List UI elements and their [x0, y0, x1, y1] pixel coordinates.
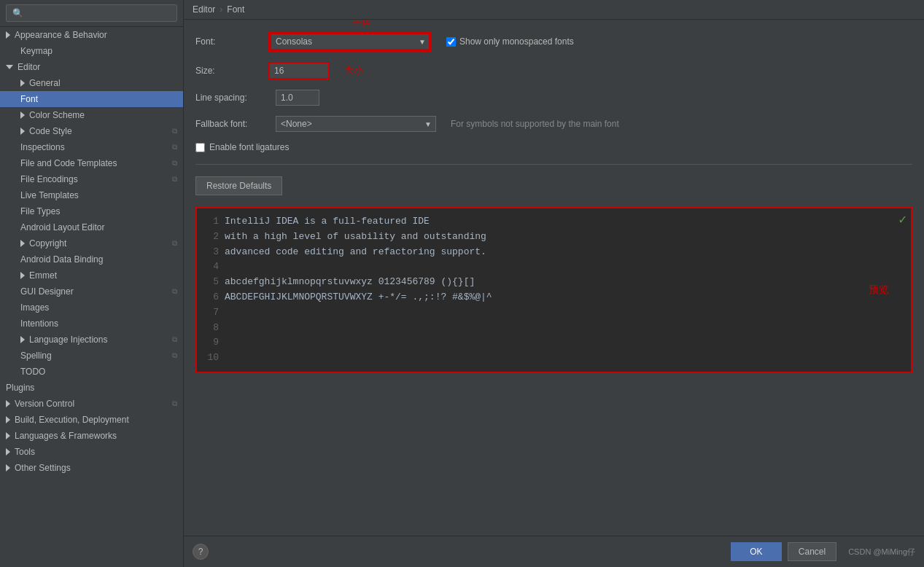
help-area: ?	[193, 544, 209, 560]
sidebar-item-inspections[interactable]: Inspections ⧉	[0, 139, 183, 155]
nav-tree: Appearance & Behavior Keymap Editor Gene…	[0, 27, 183, 567]
sidebar-item-version-control[interactable]: Version Control ⧉	[0, 396, 183, 412]
sidebar-item-font[interactable]: Font	[0, 91, 183, 107]
line-spacing-row: Line spacing:	[195, 90, 912, 106]
sidebar-item-language-injections[interactable]: Language Injections ⧉	[0, 332, 183, 348]
sidebar-item-android-layout-editor[interactable]: Android Layout Editor	[0, 219, 183, 235]
bottom-bar: ? OK Cancel CSDN @MiMing仔	[184, 536, 924, 567]
sidebar-item-gui-designer[interactable]: GUI Designer ⧉	[0, 284, 183, 300]
cancel-button[interactable]: Cancel	[788, 542, 836, 561]
help-button[interactable]: ?	[193, 544, 209, 560]
sidebar-item-copyright[interactable]: Copyright ⧉	[0, 235, 183, 251]
size-annotation-text: 大小	[344, 64, 363, 77]
code-line	[225, 305, 905, 321]
font-annotation: 字体	[352, 20, 371, 28]
search-input[interactable]	[6, 4, 177, 22]
fallback-font-label: Fallback font:	[195, 119, 268, 129]
sidebar-item-intentions[interactable]: Intentions	[0, 316, 183, 332]
sidebar-item-label: Intentions	[20, 318, 58, 329]
sidebar-item-todo[interactable]: TODO	[0, 364, 183, 380]
show-monospaced-checkbox[interactable]	[446, 37, 456, 47]
sidebar-item-label: Copyright	[29, 238, 66, 249]
code-line: ABCDEFGHIJKLMNOPQRSTUVWXYZ +-*/= .,;:!? …	[225, 290, 905, 305]
enable-ligatures-checkbox[interactable]	[195, 143, 205, 152]
sidebar-item-file-and-code-templates[interactable]: File and Code Templates ⧉	[0, 155, 183, 171]
checkmark-icon: ✓	[898, 211, 906, 227]
expand-arrow-icon	[6, 400, 10, 407]
sidebar: Appearance & Behavior Keymap Editor Gene…	[0, 0, 184, 567]
code-line	[225, 259, 905, 275]
size-input[interactable]	[270, 63, 328, 78]
watermark-text: CSDN @MiMing仔	[848, 547, 915, 558]
enable-ligatures-label: Enable font ligatures	[209, 142, 289, 152]
fallback-font-select[interactable]: <None>	[276, 116, 436, 132]
gutter-line: 4	[203, 259, 219, 275]
gutter-line: 6	[203, 290, 219, 305]
sidebar-item-label: File Encodings	[20, 174, 78, 184]
sidebar-item-label: Languages & Frameworks	[15, 431, 117, 441]
sidebar-item-label: Editor	[18, 62, 40, 72]
sidebar-item-tools[interactable]: Tools	[0, 444, 183, 460]
preview-code: IntelliJ IDEA is a full-featured IDEwith…	[225, 214, 905, 366]
sidebar-item-spelling[interactable]: Spelling ⧉	[0, 348, 183, 364]
restore-defaults-button[interactable]: Restore Defaults	[195, 176, 282, 195]
copy-icon: ⧉	[172, 175, 177, 184]
ok-button[interactable]: OK	[731, 542, 782, 561]
sidebar-item-images[interactable]: Images	[0, 300, 183, 316]
sidebar-item-file-encodings[interactable]: File Encodings ⧉	[0, 171, 183, 187]
line-spacing-label: Line spacing:	[195, 93, 268, 103]
preview-container: 1 2 3 4 5 6 7 8 9 10 IntelliJ IDEA is a …	[195, 207, 912, 373]
gutter-line: 5	[203, 275, 219, 290]
sidebar-item-appearance-behavior[interactable]: Appearance & Behavior	[0, 27, 183, 43]
sidebar-item-label: Plugins	[6, 383, 34, 393]
sidebar-item-label: File and Code Templates	[20, 158, 117, 168]
sidebar-item-label: General	[29, 78, 61, 88]
copy-icon: ⧉	[172, 159, 177, 168]
sidebar-item-other-settings[interactable]: Other Settings	[0, 460, 183, 476]
copy-icon: ⧉	[172, 127, 177, 136]
search-box	[0, 0, 183, 27]
fallback-select-wrapper: <None> ▼	[276, 116, 436, 132]
expand-arrow-icon	[6, 448, 10, 455]
copy-icon: ⧉	[172, 335, 177, 344]
copy-icon: ⧉	[172, 287, 177, 296]
sidebar-item-languages-frameworks[interactable]: Languages & Frameworks	[0, 428, 183, 444]
expand-arrow-icon	[20, 79, 25, 87]
sidebar-item-plugins[interactable]: Plugins	[0, 380, 183, 396]
preview-gutter: 1 2 3 4 5 6 7 8 9 10	[203, 214, 225, 366]
preview-area: 1 2 3 4 5 6 7 8 9 10 IntelliJ IDEA is a …	[195, 207, 912, 373]
sidebar-item-file-types[interactable]: File Types	[0, 203, 183, 219]
copy-icon: ⧉	[172, 399, 177, 408]
code-line: with a high level of usability and outst…	[225, 230, 905, 245]
sidebar-item-emmet[interactable]: Emmet	[0, 267, 183, 284]
copy-icon: ⧉	[172, 143, 177, 152]
sidebar-item-live-templates[interactable]: Live Templates	[0, 187, 183, 203]
expand-arrow-icon	[6, 65, 13, 69]
sidebar-item-label: Inspections	[20, 142, 65, 152]
sidebar-item-label: Language Injections	[29, 335, 107, 345]
code-line: IntelliJ IDEA is a full-featured IDE	[225, 214, 905, 230]
expand-arrow-icon	[6, 416, 10, 423]
copy-icon: ⧉	[172, 351, 177, 360]
size-label: Size:	[195, 66, 268, 76]
line-spacing-input[interactable]	[276, 90, 319, 106]
sidebar-item-label: Build, Execution, Deployment	[15, 415, 129, 425]
font-select[interactable]: Consolas	[270, 33, 430, 50]
preview-annotation: 预览	[869, 284, 889, 297]
sidebar-item-color-scheme[interactable]: Color Scheme	[0, 107, 183, 123]
enable-ligatures-row: Enable font ligatures	[195, 142, 912, 152]
sidebar-item-build-execution-deployment[interactable]: Build, Execution, Deployment	[0, 412, 183, 428]
code-line: abcdefghijklmnopqrstuvwxyz 0123456789 ()…	[225, 275, 905, 290]
sidebar-item-android-data-binding[interactable]: Android Data Binding	[0, 251, 183, 267]
sidebar-item-label: TODO	[20, 367, 45, 377]
size-input-wrapper	[268, 62, 330, 79]
sidebar-item-keymap[interactable]: Keymap	[0, 43, 183, 59]
sidebar-item-general[interactable]: General	[0, 75, 183, 91]
expand-arrow-icon	[20, 240, 25, 247]
expand-arrow-icon	[20, 336, 25, 343]
gutter-line: 3	[203, 245, 219, 260]
sidebar-item-editor[interactable]: Editor	[0, 59, 183, 75]
show-monospaced-label: Show only monospaced fonts	[446, 36, 574, 47]
sidebar-item-code-style[interactable]: Code Style ⧉	[0, 123, 183, 139]
code-line: advanced code editing and refactoring su…	[225, 245, 905, 260]
